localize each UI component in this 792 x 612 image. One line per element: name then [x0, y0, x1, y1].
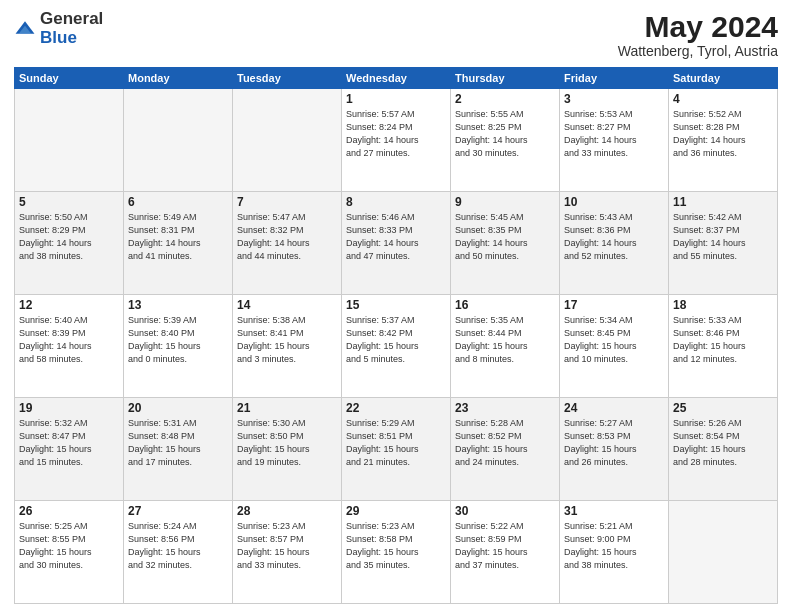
weekday-header-saturday: Saturday	[669, 68, 778, 89]
calendar-week-row: 5Sunrise: 5:50 AM Sunset: 8:29 PM Daylig…	[15, 192, 778, 295]
calendar-cell: 15Sunrise: 5:37 AM Sunset: 8:42 PM Dayli…	[342, 295, 451, 398]
calendar-cell	[124, 89, 233, 192]
calendar-cell: 9Sunrise: 5:45 AM Sunset: 8:35 PM Daylig…	[451, 192, 560, 295]
weekday-header-wednesday: Wednesday	[342, 68, 451, 89]
day-number: 15	[346, 298, 446, 312]
calendar-cell	[233, 89, 342, 192]
weekday-header-friday: Friday	[560, 68, 669, 89]
weekday-header-sunday: Sunday	[15, 68, 124, 89]
header: General Blue May 2024 Wattenberg, Tyrol,…	[14, 10, 778, 59]
day-info: Sunrise: 5:39 AM Sunset: 8:40 PM Dayligh…	[128, 314, 228, 366]
title-block: May 2024 Wattenberg, Tyrol, Austria	[618, 10, 778, 59]
day-number: 3	[564, 92, 664, 106]
calendar-cell: 17Sunrise: 5:34 AM Sunset: 8:45 PM Dayli…	[560, 295, 669, 398]
weekday-header-monday: Monday	[124, 68, 233, 89]
calendar-week-row: 19Sunrise: 5:32 AM Sunset: 8:47 PM Dayli…	[15, 398, 778, 501]
calendar-cell	[669, 501, 778, 604]
day-info: Sunrise: 5:57 AM Sunset: 8:24 PM Dayligh…	[346, 108, 446, 160]
month-year-title: May 2024	[618, 10, 778, 43]
calendar-cell: 27Sunrise: 5:24 AM Sunset: 8:56 PM Dayli…	[124, 501, 233, 604]
calendar-cell: 14Sunrise: 5:38 AM Sunset: 8:41 PM Dayli…	[233, 295, 342, 398]
day-number: 29	[346, 504, 446, 518]
calendar-week-row: 26Sunrise: 5:25 AM Sunset: 8:55 PM Dayli…	[15, 501, 778, 604]
day-number: 7	[237, 195, 337, 209]
day-info: Sunrise: 5:53 AM Sunset: 8:27 PM Dayligh…	[564, 108, 664, 160]
day-info: Sunrise: 5:45 AM Sunset: 8:35 PM Dayligh…	[455, 211, 555, 263]
calendar-cell: 28Sunrise: 5:23 AM Sunset: 8:57 PM Dayli…	[233, 501, 342, 604]
calendar-cell: 29Sunrise: 5:23 AM Sunset: 8:58 PM Dayli…	[342, 501, 451, 604]
day-number: 31	[564, 504, 664, 518]
day-info: Sunrise: 5:30 AM Sunset: 8:50 PM Dayligh…	[237, 417, 337, 469]
calendar-header: SundayMondayTuesdayWednesdayThursdayFrid…	[15, 68, 778, 89]
day-number: 21	[237, 401, 337, 415]
logo-icon	[14, 18, 36, 40]
day-info: Sunrise: 5:21 AM Sunset: 9:00 PM Dayligh…	[564, 520, 664, 572]
calendar-cell: 24Sunrise: 5:27 AM Sunset: 8:53 PM Dayli…	[560, 398, 669, 501]
day-number: 16	[455, 298, 555, 312]
logo-blue-text: Blue	[40, 28, 77, 47]
day-info: Sunrise: 5:27 AM Sunset: 8:53 PM Dayligh…	[564, 417, 664, 469]
day-number: 30	[455, 504, 555, 518]
day-info: Sunrise: 5:43 AM Sunset: 8:36 PM Dayligh…	[564, 211, 664, 263]
day-info: Sunrise: 5:25 AM Sunset: 8:55 PM Dayligh…	[19, 520, 119, 572]
day-info: Sunrise: 5:22 AM Sunset: 8:59 PM Dayligh…	[455, 520, 555, 572]
day-info: Sunrise: 5:23 AM Sunset: 8:57 PM Dayligh…	[237, 520, 337, 572]
calendar-week-row: 12Sunrise: 5:40 AM Sunset: 8:39 PM Dayli…	[15, 295, 778, 398]
day-info: Sunrise: 5:34 AM Sunset: 8:45 PM Dayligh…	[564, 314, 664, 366]
day-info: Sunrise: 5:42 AM Sunset: 8:37 PM Dayligh…	[673, 211, 773, 263]
logo: General Blue	[14, 10, 103, 47]
day-number: 4	[673, 92, 773, 106]
day-number: 27	[128, 504, 228, 518]
logo-general-text: General	[40, 9, 103, 28]
day-number: 25	[673, 401, 773, 415]
day-info: Sunrise: 5:28 AM Sunset: 8:52 PM Dayligh…	[455, 417, 555, 469]
calendar-cell: 4Sunrise: 5:52 AM Sunset: 8:28 PM Daylig…	[669, 89, 778, 192]
day-info: Sunrise: 5:50 AM Sunset: 8:29 PM Dayligh…	[19, 211, 119, 263]
day-number: 19	[19, 401, 119, 415]
day-number: 13	[128, 298, 228, 312]
day-number: 20	[128, 401, 228, 415]
day-info: Sunrise: 5:35 AM Sunset: 8:44 PM Dayligh…	[455, 314, 555, 366]
day-number: 24	[564, 401, 664, 415]
day-number: 1	[346, 92, 446, 106]
day-number: 9	[455, 195, 555, 209]
day-number: 5	[19, 195, 119, 209]
calendar-body: 1Sunrise: 5:57 AM Sunset: 8:24 PM Daylig…	[15, 89, 778, 604]
day-info: Sunrise: 5:40 AM Sunset: 8:39 PM Dayligh…	[19, 314, 119, 366]
calendar-cell: 12Sunrise: 5:40 AM Sunset: 8:39 PM Dayli…	[15, 295, 124, 398]
calendar-cell: 16Sunrise: 5:35 AM Sunset: 8:44 PM Dayli…	[451, 295, 560, 398]
calendar-cell: 11Sunrise: 5:42 AM Sunset: 8:37 PM Dayli…	[669, 192, 778, 295]
day-info: Sunrise: 5:38 AM Sunset: 8:41 PM Dayligh…	[237, 314, 337, 366]
day-number: 14	[237, 298, 337, 312]
calendar-cell: 5Sunrise: 5:50 AM Sunset: 8:29 PM Daylig…	[15, 192, 124, 295]
day-number: 8	[346, 195, 446, 209]
calendar-cell: 6Sunrise: 5:49 AM Sunset: 8:31 PM Daylig…	[124, 192, 233, 295]
calendar-table: SundayMondayTuesdayWednesdayThursdayFrid…	[14, 67, 778, 604]
day-info: Sunrise: 5:47 AM Sunset: 8:32 PM Dayligh…	[237, 211, 337, 263]
calendar-cell: 23Sunrise: 5:28 AM Sunset: 8:52 PM Dayli…	[451, 398, 560, 501]
calendar-cell: 13Sunrise: 5:39 AM Sunset: 8:40 PM Dayli…	[124, 295, 233, 398]
weekday-header-thursday: Thursday	[451, 68, 560, 89]
day-number: 12	[19, 298, 119, 312]
day-info: Sunrise: 5:29 AM Sunset: 8:51 PM Dayligh…	[346, 417, 446, 469]
day-info: Sunrise: 5:32 AM Sunset: 8:47 PM Dayligh…	[19, 417, 119, 469]
calendar-cell	[15, 89, 124, 192]
day-info: Sunrise: 5:55 AM Sunset: 8:25 PM Dayligh…	[455, 108, 555, 160]
page: General Blue May 2024 Wattenberg, Tyrol,…	[0, 0, 792, 612]
day-number: 26	[19, 504, 119, 518]
weekday-header-row: SundayMondayTuesdayWednesdayThursdayFrid…	[15, 68, 778, 89]
day-number: 22	[346, 401, 446, 415]
day-number: 28	[237, 504, 337, 518]
calendar-cell: 26Sunrise: 5:25 AM Sunset: 8:55 PM Dayli…	[15, 501, 124, 604]
day-info: Sunrise: 5:23 AM Sunset: 8:58 PM Dayligh…	[346, 520, 446, 572]
calendar-cell: 30Sunrise: 5:22 AM Sunset: 8:59 PM Dayli…	[451, 501, 560, 604]
calendar-cell: 7Sunrise: 5:47 AM Sunset: 8:32 PM Daylig…	[233, 192, 342, 295]
day-info: Sunrise: 5:49 AM Sunset: 8:31 PM Dayligh…	[128, 211, 228, 263]
logo-text: General Blue	[40, 10, 103, 47]
day-info: Sunrise: 5:31 AM Sunset: 8:48 PM Dayligh…	[128, 417, 228, 469]
calendar-cell: 8Sunrise: 5:46 AM Sunset: 8:33 PM Daylig…	[342, 192, 451, 295]
calendar-week-row: 1Sunrise: 5:57 AM Sunset: 8:24 PM Daylig…	[15, 89, 778, 192]
day-info: Sunrise: 5:33 AM Sunset: 8:46 PM Dayligh…	[673, 314, 773, 366]
day-number: 6	[128, 195, 228, 209]
day-number: 17	[564, 298, 664, 312]
